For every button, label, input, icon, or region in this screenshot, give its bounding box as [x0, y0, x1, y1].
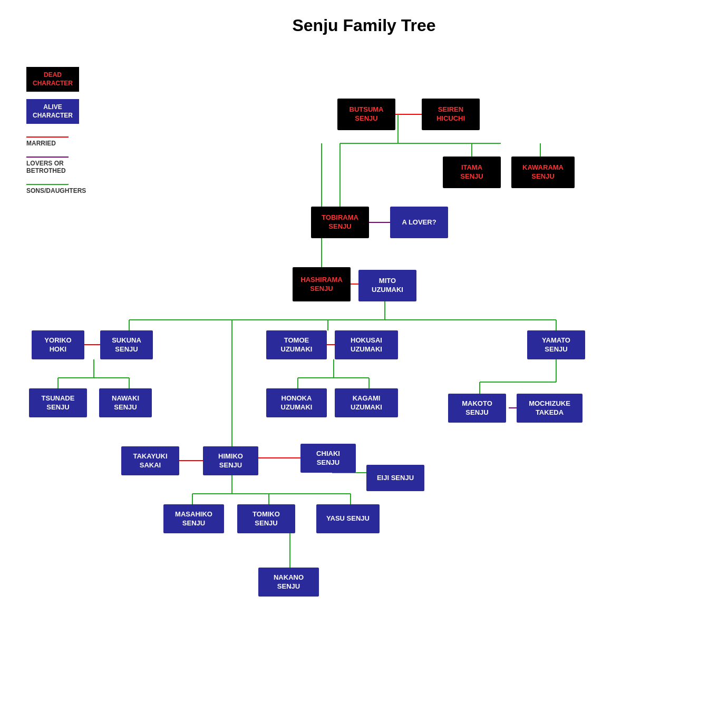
legend-dead: DEADCHARACTER: [26, 67, 79, 92]
legend-married-label: MARRIED: [26, 140, 86, 147]
legend-sons-line: [26, 184, 69, 185]
legend: DEADCHARACTER ALIVECHARACTER MARRIED LOV…: [26, 67, 86, 194]
node-makoto: MAKOTOSENJU: [448, 394, 506, 423]
tree-container: DEADCHARACTER ALIVECHARACTER MARRIED LOV…: [0, 46, 728, 713]
node-kagami: KAGAMIUZUMAKI: [335, 388, 398, 417]
node-tsunade: TSUNADESENJU: [29, 388, 87, 417]
legend-alive: ALIVECHARACTER: [26, 99, 79, 124]
node-yoriko: YORIKOHOKI: [32, 330, 84, 359]
node-tomoe: TOMOEUZUMAKI: [266, 330, 327, 359]
node-honoka: HONOKAUZUMAKI: [266, 388, 327, 417]
node-yasu: YASU SENJU: [316, 504, 380, 533]
node-butsuma: BUTSUMASENJU: [337, 99, 395, 130]
node-mochizuke: MOCHIZUKETAKEDA: [517, 394, 583, 423]
node-himiko: HIMIKOSENJU: [203, 446, 258, 475]
legend-lovers-label: LOVERS ORBETROTHED: [26, 160, 86, 174]
node-itama: ITAMASENJU: [443, 157, 501, 188]
node-seiren: SEIRENHICUCHI: [422, 99, 480, 130]
legend-lovers-line: [26, 157, 69, 158]
node-alover: A LOVER?: [390, 207, 448, 238]
node-yamato: YAMATOSENJU: [527, 330, 585, 359]
page-title: Senju Family Tree: [0, 0, 728, 46]
node-tomiko: TOMIKOSENJU: [237, 504, 295, 533]
node-hokusai: HOKUSAIUZUMAKI: [335, 330, 398, 359]
node-hashirama: HASHIRAMASENJU: [293, 267, 351, 301]
node-kawarama: KAWARAMASENJU: [511, 157, 575, 188]
node-takayuki: TAKAYUKISAKAI: [121, 446, 179, 475]
node-chiaki: CHIAKISENJU: [300, 444, 356, 473]
node-masahiko: MASAHIKOSENJU: [163, 504, 224, 533]
node-tobirama: TOBIRAMASENJU: [311, 207, 369, 238]
node-nawaki: NAWAKISENJU: [99, 388, 152, 417]
node-mito: MITOUZUMAKI: [358, 270, 416, 301]
node-eiji: EIJI SENJU: [366, 465, 424, 491]
node-sukuna: SUKUNASENJU: [100, 330, 153, 359]
legend-sons-label: SONS/DAUGHTERS: [26, 187, 86, 194]
family-lines: [0, 46, 728, 713]
node-nakano: NAKANOSENJU: [258, 568, 319, 597]
legend-married-line: [26, 136, 69, 138]
